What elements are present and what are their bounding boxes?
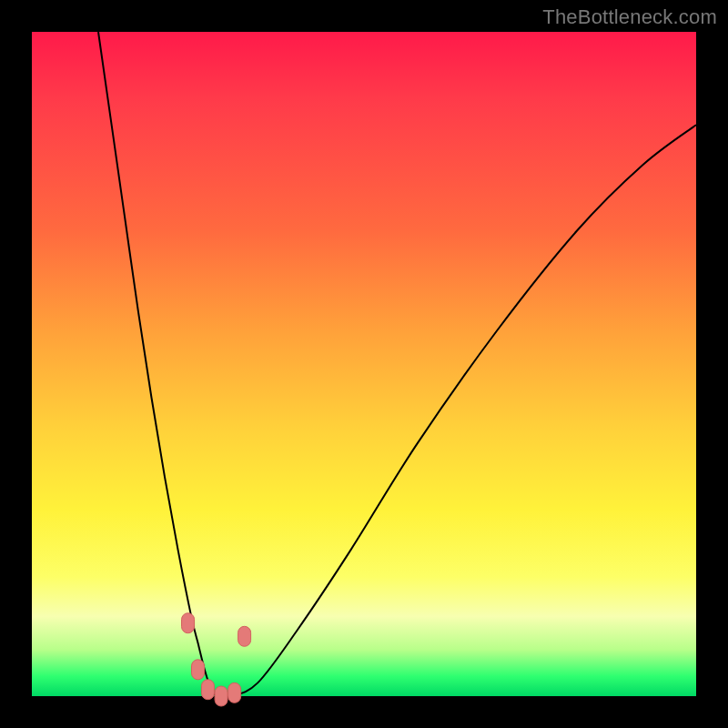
plot-area (32, 32, 696, 696)
watermark-text: TheBottleneck.com (542, 5, 717, 29)
curve-svg (32, 32, 696, 696)
marker-point (238, 626, 251, 646)
frame: TheBottleneck.com (0, 0, 728, 728)
marker-point (215, 686, 228, 706)
marker-point (228, 682, 241, 703)
marker-point (201, 680, 214, 700)
marker-point (192, 660, 205, 680)
bottleneck-curve (98, 32, 696, 697)
marker-point (182, 613, 195, 633)
marker-group (182, 613, 251, 706)
